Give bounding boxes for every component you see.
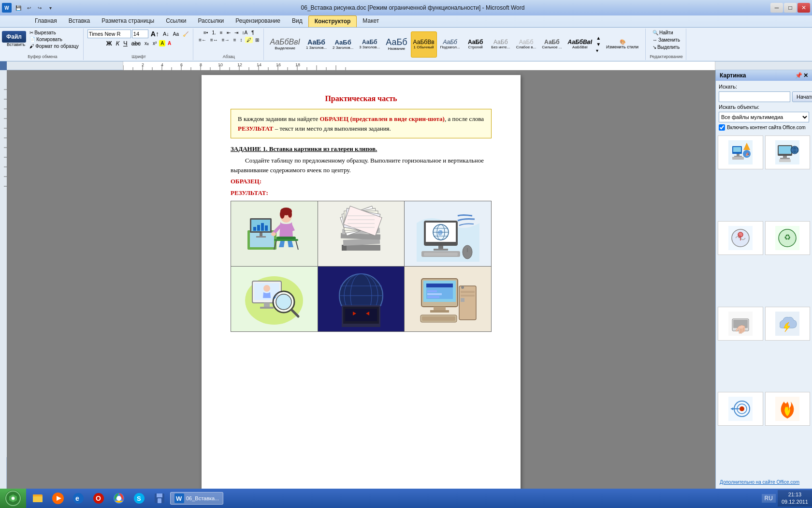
styles-scroll-up[interactable]: ▲	[594, 35, 602, 41]
undo-quick-btn[interactable]: ↩	[24, 3, 34, 13]
sidebar-search-input[interactable]	[719, 91, 790, 102]
svg-rect-112	[345, 309, 377, 321]
highlight-btn[interactable]: A	[159, 40, 165, 46]
style-sample-2[interactable]: АаБб2 Заголов...	[330, 31, 356, 58]
style-sample-5[interactable]: АаБбПодзагол...	[438, 31, 463, 58]
taskbar-chrome[interactable]	[109, 489, 129, 508]
strikethrough-btn[interactable]: abc	[130, 40, 142, 47]
italic-btn[interactable]: К	[114, 39, 121, 47]
bold-btn[interactable]: Ж	[105, 39, 114, 47]
document-scroll[interactable]: Практическая часть В каждом задании вы н…	[7, 70, 715, 496]
maximize-btn[interactable]: □	[784, 3, 797, 13]
change-case-btn[interactable]: Аа	[172, 31, 180, 37]
taskbar-explorer[interactable]	[28, 489, 47, 508]
style-sample-1[interactable]: АаБб1 Заголов...	[304, 31, 329, 58]
styles-more[interactable]: ▾	[594, 47, 602, 54]
taskbar-media[interactable]	[48, 489, 68, 508]
grow-font-btn[interactable]: A↑	[149, 30, 160, 38]
style-sample-3[interactable]: АаБб3 Заголов...	[357, 31, 382, 58]
copy-btn[interactable]: 📄 Копировать	[28, 36, 80, 43]
clip-item-2[interactable]	[765, 135, 811, 169]
clip-item-6[interactable]	[765, 307, 811, 341]
search-start-btn[interactable]: Начать	[792, 91, 812, 102]
taskbar-skype[interactable]: S	[130, 489, 149, 508]
tab-maket[interactable]: Макет	[357, 15, 385, 27]
border-btn[interactable]: ⊞	[254, 37, 261, 43]
style-sample-6[interactable]: АаБбСтрогий	[464, 31, 488, 58]
svg-point-103	[263, 285, 270, 292]
taskbar-save[interactable]	[150, 489, 169, 508]
tab-konstruktor[interactable]: Конструктор	[308, 15, 357, 27]
tab-ssylki[interactable]: Ссылки	[160, 15, 192, 27]
minimize-btn[interactable]: ─	[770, 3, 783, 13]
cut-btn[interactable]: ✂ Вырезать	[28, 30, 80, 36]
start-button[interactable]	[0, 489, 26, 508]
style-sample-7[interactable]: АаБбБез инте...	[489, 31, 513, 58]
close-btn[interactable]: ✕	[798, 3, 810, 13]
tab-razmetka[interactable]: Разметка страницы	[96, 15, 160, 27]
align-center-btn[interactable]: ≡↔	[209, 37, 219, 43]
svg-rect-67	[342, 245, 380, 251]
style-sample-10[interactable]: АаБбВвIАаБбВвI	[566, 31, 595, 58]
paragraph-group: ≡• 1. ≡ ⇤ ⇥ ↕A ¶ ≡← ≡↔ ≡→ ≡ ↕ 🖊 ⊞ Абзац	[194, 29, 263, 60]
replace-btn[interactable]: ↔ Заменить	[651, 37, 682, 43]
font-color-btn[interactable]: A	[166, 40, 173, 46]
clipart-books	[330, 204, 392, 262]
clip-item-7[interactable]	[718, 392, 763, 426]
tab-vid[interactable]: Вид	[286, 15, 308, 27]
show-marks-btn[interactable]: ¶	[250, 30, 255, 36]
justify-btn[interactable]: ≡	[232, 37, 238, 43]
svg-rect-182	[157, 493, 162, 497]
subscript-btn[interactable]: x₂	[143, 40, 150, 46]
superscript-btn[interactable]: x²	[151, 40, 158, 46]
clear-format-btn[interactable]: 🧹	[181, 31, 190, 37]
align-left-btn[interactable]: ≡←	[197, 37, 208, 43]
styles-scroll-down[interactable]: ▼	[594, 41, 602, 47]
font-name-input[interactable]	[87, 30, 131, 38]
select-btn[interactable]: ↘ Выделить	[651, 44, 682, 50]
underline-btn[interactable]: Ч	[122, 39, 129, 47]
customize-quick-btn[interactable]: ▾	[45, 3, 55, 13]
change-styles-btn[interactable]: 🎨 Изменить стили	[604, 38, 640, 50]
shading-btn[interactable]: 🖊	[245, 37, 253, 43]
search-objects-select[interactable]: Все файлы мультимедиа	[719, 112, 809, 122]
redo-quick-btn[interactable]: ↪	[35, 3, 44, 13]
file-tab-btn[interactable]: Файл	[2, 31, 26, 43]
numbering-btn[interactable]: 1.	[210, 30, 217, 36]
save-quick-btn[interactable]: 💾	[14, 3, 23, 13]
style-sample-0[interactable]: АаБбВвIВыделение	[268, 31, 303, 58]
style-sample-8[interactable]: АаБбСлабое в...	[514, 31, 539, 58]
sort-btn[interactable]: ↕A	[241, 30, 249, 36]
taskbar-opera[interactable]: O	[89, 489, 108, 508]
sidebar-footer-1[interactable]: Дополнительно на сайте Office.com	[716, 478, 812, 487]
clip-item-4[interactable]: ♻	[765, 221, 811, 255]
clip-item-1[interactable]: ⛵	[718, 135, 763, 169]
clip-item-5[interactable]	[718, 307, 763, 341]
tab-vstavka[interactable]: Вставка	[63, 15, 96, 27]
increase-indent-btn[interactable]: ⇥	[233, 30, 240, 36]
taskbar-ie[interactable]: e	[69, 489, 88, 508]
clip-item-3[interactable]	[718, 221, 763, 255]
line-spacing-btn[interactable]: ↕	[239, 37, 244, 43]
decrease-indent-btn[interactable]: ⇤	[225, 30, 232, 36]
align-right-btn[interactable]: ≡→	[220, 37, 231, 43]
bullets-btn[interactable]: ≡•	[202, 30, 209, 36]
clip-gallery[interactable]: ⛵	[716, 134, 812, 478]
clip-item-8[interactable]	[765, 392, 811, 426]
office-content-checkbox[interactable]	[719, 124, 725, 131]
format-painter-btn[interactable]: 🖌 Формат по образцу	[28, 43, 80, 49]
tab-recenz[interactable]: Рецензирование	[230, 15, 286, 27]
find-btn[interactable]: 🔍 Найти	[651, 30, 682, 36]
style-sample-active[interactable]: АаБбВв1 Обычный	[411, 31, 437, 58]
style-sample-4[interactable]: АаБбНазвание	[383, 31, 409, 58]
font-size-input[interactable]	[132, 30, 148, 38]
shrink-font-btn[interactable]: A↓	[161, 30, 171, 37]
tab-rassylki[interactable]: Рассылки	[192, 15, 230, 27]
sidebar-pin-btn[interactable]: 📌	[795, 72, 802, 79]
taskbar-word-active[interactable]: W 06_Вставка...	[170, 492, 223, 505]
multilevel-btn[interactable]: ≡	[218, 30, 224, 36]
sidebar-close-btn[interactable]: ✕	[803, 72, 808, 79]
style-sample-9[interactable]: АаБбСильное ...	[539, 31, 564, 58]
taskbar-lang[interactable]: RU	[762, 494, 776, 503]
tab-glavnaya[interactable]: Главная	[29, 15, 63, 27]
